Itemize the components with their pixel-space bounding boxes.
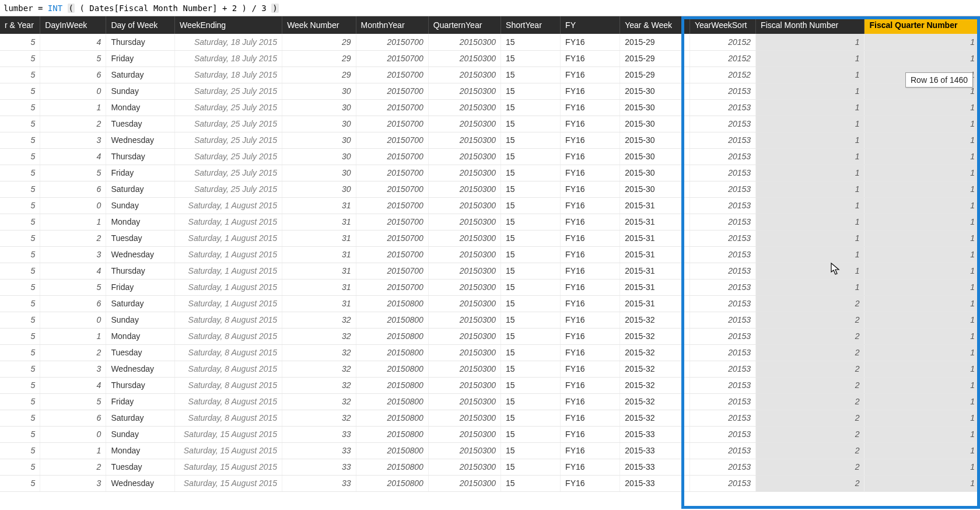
cell-qny[interactable]: 20150300 [428, 328, 501, 344]
cell-dow[interactable]: Saturday [106, 181, 175, 197]
column-header-fqn[interactable]: Fiscal Quarter Number [864, 16, 980, 34]
cell-fmn[interactable]: 1 [756, 181, 864, 197]
cell-dow[interactable]: Friday [106, 279, 175, 295]
cell-wend[interactable]: Saturday, 1 August 2015 [174, 197, 282, 214]
cell-fmn[interactable]: 1 [756, 197, 864, 214]
cell-fmn[interactable]: 1 [756, 165, 864, 181]
table-row[interactable]: 56SaturdaySaturday, 25 July 201530201507… [0, 181, 980, 197]
table-row[interactable]: 55FridaySaturday, 8 August 2015322015080… [0, 393, 980, 410]
cell-wnum[interactable]: 31 [282, 214, 356, 230]
cell-fqn[interactable]: 1 [864, 246, 980, 263]
cell-yw[interactable]: 2015-30 [620, 148, 690, 165]
cell-fy[interactable]: FY16 [561, 279, 620, 295]
cell-year[interactable]: 5 [0, 214, 40, 230]
column-header-sy[interactable]: ShortYear [501, 16, 561, 34]
cell-qny[interactable]: 20150300 [428, 361, 501, 377]
cell-sy[interactable]: 15 [501, 99, 561, 116]
cell-fqn[interactable]: 1 [864, 377, 980, 393]
cell-sy[interactable]: 15 [501, 83, 561, 99]
cell-wnum[interactable]: 33 [282, 475, 356, 491]
cell-yw[interactable]: 2015-33 [620, 426, 690, 442]
cell-qny[interactable]: 20150300 [428, 246, 501, 263]
table-row[interactable]: 55FridaySaturday, 18 July 20152920150700… [0, 50, 980, 67]
cell-diw[interactable]: 2 [40, 459, 106, 475]
cell-wnum[interactable]: 30 [282, 116, 356, 132]
table-row[interactable]: 50SundaySaturday, 1 August 2015312015070… [0, 197, 980, 214]
table-row[interactable]: 54ThursdaySaturday, 1 August 20153120150… [0, 263, 980, 279]
cell-mny[interactable]: 20150700 [356, 279, 428, 295]
cell-sy[interactable]: 15 [501, 263, 561, 279]
cell-year[interactable]: 5 [0, 83, 40, 99]
cell-fmn[interactable]: 1 [756, 148, 864, 165]
cell-fy[interactable]: FY16 [561, 148, 620, 165]
cell-wnum[interactable]: 32 [282, 393, 356, 410]
cell-qny[interactable]: 20150300 [428, 377, 501, 393]
cell-year[interactable]: 5 [0, 67, 40, 83]
cell-wnum[interactable]: 31 [282, 279, 356, 295]
cell-yw[interactable]: 2015-29 [620, 67, 690, 83]
cell-year[interactable]: 5 [0, 132, 40, 148]
table-row[interactable]: 50SundaySaturday, 25 July 20153020150700… [0, 83, 980, 99]
cell-yw[interactable]: 2015-33 [620, 459, 690, 475]
cell-fqn[interactable]: 1 [864, 361, 980, 377]
cell-wnum[interactable]: 30 [282, 165, 356, 181]
cell-mny[interactable]: 20150700 [356, 67, 428, 83]
cell-dow[interactable]: Wednesday [106, 132, 175, 148]
cell-fmn[interactable]: 2 [756, 377, 864, 393]
cell-fmn[interactable]: 1 [756, 99, 864, 116]
table-row[interactable]: 54ThursdaySaturday, 18 July 201529201507… [0, 34, 980, 50]
cell-yws[interactable]: 20153 [690, 116, 755, 132]
cell-sy[interactable]: 15 [501, 246, 561, 263]
cell-sy[interactable]: 15 [501, 475, 561, 491]
cell-yw[interactable]: 2015-32 [620, 393, 690, 410]
cell-mny[interactable]: 20150800 [356, 393, 428, 410]
cell-dow[interactable]: Saturday [106, 67, 175, 83]
cell-wend[interactable]: Saturday, 15 August 2015 [174, 475, 282, 491]
cell-dow[interactable]: Friday [106, 393, 175, 410]
cell-year[interactable]: 5 [0, 263, 40, 279]
cell-year[interactable]: 5 [0, 361, 40, 377]
cell-dow[interactable]: Tuesday [106, 344, 175, 361]
cell-yw[interactable]: 2015-33 [620, 442, 690, 459]
cell-year[interactable]: 5 [0, 377, 40, 393]
cell-year[interactable]: 5 [0, 246, 40, 263]
column-header-wnum[interactable]: Week Number [282, 16, 356, 34]
cell-fmn[interactable]: 2 [756, 442, 864, 459]
cell-wend[interactable]: Saturday, 25 July 2015 [174, 132, 282, 148]
cell-wend[interactable]: Saturday, 25 July 2015 [174, 165, 282, 181]
cell-wend[interactable]: Saturday, 1 August 2015 [174, 230, 282, 246]
cell-year[interactable]: 5 [0, 116, 40, 132]
cell-year[interactable]: 5 [0, 230, 40, 246]
cell-diw[interactable]: 6 [40, 295, 106, 312]
cell-wnum[interactable]: 31 [282, 197, 356, 214]
cell-yws[interactable]: 20153 [690, 230, 755, 246]
cell-fmn[interactable]: 2 [756, 295, 864, 312]
cell-wnum[interactable]: 32 [282, 410, 356, 426]
cell-diw[interactable]: 1 [40, 328, 106, 344]
cell-fy[interactable]: FY16 [561, 361, 620, 377]
table-row[interactable]: 52TuesdaySaturday, 25 July 2015302015070… [0, 116, 980, 132]
cell-yws[interactable]: 20153 [690, 263, 755, 279]
cell-wnum[interactable]: 30 [282, 181, 356, 197]
table-row[interactable]: 52TuesdaySaturday, 8 August 201532201508… [0, 344, 980, 361]
cell-wend[interactable]: Saturday, 8 August 2015 [174, 377, 282, 393]
cell-wnum[interactable]: 32 [282, 377, 356, 393]
cell-wend[interactable]: Saturday, 8 August 2015 [174, 328, 282, 344]
cell-wend[interactable]: Saturday, 8 August 2015 [174, 344, 282, 361]
cell-wnum[interactable]: 30 [282, 99, 356, 116]
cell-yw[interactable]: 2015-32 [620, 344, 690, 361]
cell-wend[interactable]: Saturday, 8 August 2015 [174, 393, 282, 410]
cell-yws[interactable]: 20153 [690, 344, 755, 361]
cell-sy[interactable]: 15 [501, 295, 561, 312]
cell-year[interactable]: 5 [0, 442, 40, 459]
cell-wnum[interactable]: 29 [282, 67, 356, 83]
cell-wnum[interactable]: 32 [282, 344, 356, 361]
cell-fqn[interactable]: 1 [864, 312, 980, 328]
cell-fqn[interactable]: 1 [864, 165, 980, 181]
cell-fqn[interactable]: 1 [864, 34, 980, 50]
cell-qny[interactable]: 20150300 [428, 34, 501, 50]
table-row[interactable]: 51MondaySaturday, 1 August 2015312015070… [0, 214, 980, 230]
cell-wnum[interactable]: 30 [282, 83, 356, 99]
cell-mny[interactable]: 20150800 [356, 459, 428, 475]
cell-diw[interactable]: 4 [40, 148, 106, 165]
